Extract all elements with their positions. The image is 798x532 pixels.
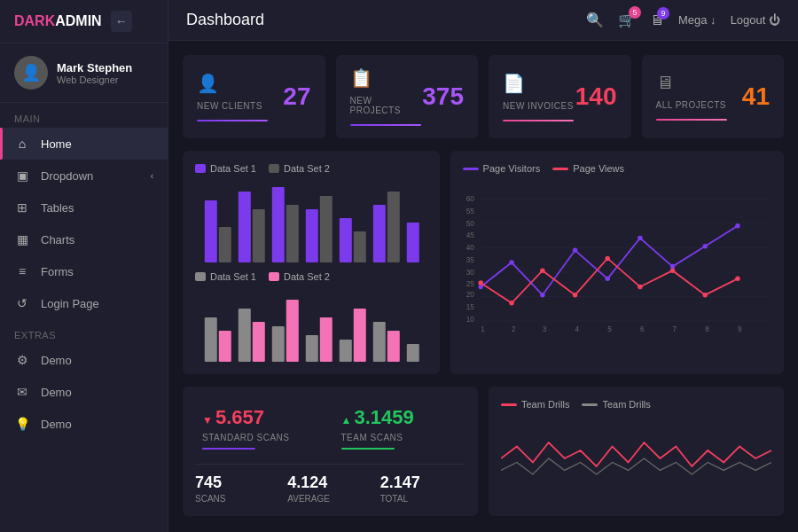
sidebar-item-forms[interactable]: ≡ Forms — [0, 255, 168, 287]
search-icon[interactable]: 🔍 — [586, 12, 604, 28]
sidebar-item-charts[interactable]: ▦ Charts — [0, 223, 168, 255]
page-title: Dashboard — [186, 11, 264, 29]
stat-card-new-invoices: 📄 NEW INVOICES 140 — [489, 55, 631, 138]
legend-dot-gray — [269, 164, 279, 173]
svg-rect-15 — [239, 309, 251, 362]
svg-rect-22 — [354, 309, 366, 362]
svg-rect-25 — [407, 344, 419, 362]
svg-text:3: 3 — [542, 325, 546, 333]
svg-point-53 — [509, 260, 514, 265]
charts-icon: ▦ — [14, 232, 30, 246]
bottom-row: ▼5.657 STANDARD SCANS ▲3.1459 TEAM SCANS — [183, 387, 784, 516]
bar-chart-legend1: Data Set 1 Data Set 2 — [195, 163, 427, 174]
clients-icon: 👤 — [197, 73, 268, 94]
sidebar-item-tables[interactable]: ⊞ Tables — [0, 192, 168, 223]
header: Dashboard 🔍 🛒 5 🖥 9 Mega ↓ Logout ⏻ — [168, 0, 798, 41]
legend-line-purple — [463, 168, 479, 170]
svg-text:40: 40 — [466, 244, 474, 252]
metric-bottom-1: 745 SCANS — [195, 473, 280, 504]
legend-team-label-1: Team Drills — [521, 399, 569, 410]
team-scans-bar — [341, 448, 395, 450]
legend-team-drills-1: Team Drills — [501, 399, 569, 410]
back-button[interactable]: ← — [111, 11, 132, 32]
logo-dark: DARK — [14, 13, 55, 28]
sidebar-item-home[interactable]: ⌂ Home — [0, 128, 168, 160]
stat-card-new-clients: 👤 NEW CLIENTS 27 — [183, 55, 325, 138]
legend-label-1: Data Set 1 — [210, 163, 256, 174]
legend-dataset2: Data Set 2 — [269, 163, 330, 174]
chat-icon: ✉ — [14, 385, 30, 399]
team-chart-legend: Team Drills Team Drills — [501, 399, 771, 410]
svg-text:9: 9 — [737, 325, 741, 333]
team-scans-value: ▲3.1459 — [341, 406, 459, 429]
notification-badge: 5 — [629, 6, 641, 19]
svg-rect-11 — [387, 192, 400, 262]
svg-rect-2 — [239, 192, 251, 262]
svg-rect-9 — [354, 231, 366, 262]
gear-icon: ⚙ — [14, 353, 30, 367]
chevron-icon: ‹ — [151, 171, 153, 181]
notification-icon[interactable]: 🛒 5 — [618, 12, 636, 28]
svg-point-65 — [605, 256, 610, 262]
all-projects-icon: 🖥 — [656, 73, 727, 93]
invoices-bar — [503, 120, 574, 121]
legend-dataset3: Data Set 1 — [195, 271, 256, 282]
sidebar: DARKADMIN ← 👤 Mark Stephen Web Designer … — [0, 0, 168, 532]
metric-bottom-3: 2.147 TOTAL — [380, 473, 466, 504]
legend-line-team1 — [501, 403, 517, 406]
logo-text: DARKADMIN — [14, 13, 102, 29]
sidebar-item-dropdown[interactable]: ▣ Dropdown ‹ — [0, 160, 168, 192]
svg-point-55 — [572, 247, 577, 253]
svg-text:25: 25 — [466, 281, 474, 289]
sidebar-item-login-label: Login Page — [41, 297, 99, 310]
metric-sm-label-1: SCANS — [195, 494, 280, 504]
metric-sm-value-3: 2.147 — [380, 473, 466, 492]
legend-label-2: Data Set 2 — [284, 163, 330, 174]
svg-rect-21 — [340, 340, 352, 362]
svg-text:1: 1 — [481, 325, 485, 333]
mega-menu-button[interactable]: Mega ↓ — [678, 13, 716, 27]
line-chart-legend: Page Visitors Page Views — [463, 163, 771, 174]
sidebar-item-login[interactable]: ↺ Login Page — [0, 287, 168, 319]
svg-text:8: 8 — [705, 325, 709, 333]
invoices-value: 140 — [575, 82, 617, 111]
all-projects-label: ALL PROJECTS — [656, 100, 727, 110]
clients-label: NEW CLIENTS — [197, 101, 268, 111]
user-role: Web Designer — [57, 74, 132, 85]
projects-label: NEW PROJECTS — [350, 96, 423, 115]
svg-point-61 — [478, 280, 483, 286]
sidebar-item-demo3[interactable]: 💡 Demo — [0, 408, 168, 440]
stat-card-all-projects: 🖥 ALL PROJECTS 41 — [642, 55, 785, 138]
svg-rect-1 — [219, 227, 231, 262]
legend-visitors-label: Page Visitors — [483, 163, 541, 174]
svg-text:20: 20 — [466, 291, 474, 299]
bar-chart-top — [195, 183, 427, 262]
sidebar-item-forms-label: Forms — [41, 265, 74, 278]
svg-point-60 — [735, 223, 740, 229]
all-projects-bar — [656, 119, 727, 121]
legend-label-3: Data Set 1 — [210, 271, 256, 282]
svg-rect-18 — [286, 300, 299, 362]
legend-dataset1: Data Set 1 — [195, 163, 256, 174]
metric-sm-label-2: AVERAGE — [287, 494, 372, 504]
svg-text:5: 5 — [607, 325, 612, 333]
legend-dot-gray2 — [195, 272, 206, 281]
stat-card-new-projects: 📋 NEW PROJECTS 375 — [336, 55, 479, 138]
sidebar-item-demo1[interactable]: ⚙ Demo — [0, 344, 168, 376]
invoices-icon: 📄 — [503, 73, 574, 94]
metric-sm-value-1: 745 — [195, 473, 280, 492]
metric-sm-label-3: TOTAL — [380, 494, 466, 504]
svg-point-57 — [638, 236, 643, 241]
sidebar-item-demo2[interactable]: ✉ Demo — [0, 376, 168, 408]
legend-line-pink — [552, 168, 568, 170]
projects-bar — [350, 124, 421, 126]
standard-scans-value: ▼5.657 — [202, 406, 320, 429]
line-chart-svg: 60 55 50 45 40 35 30 25 20 15 10 — [463, 183, 771, 342]
metrics-card: ▼5.657 STANDARD SCANS ▲3.1459 TEAM SCANS — [183, 387, 478, 516]
legend-team-drills-2: Team Drills — [582, 399, 650, 410]
logout-button[interactable]: Logout ⏻ — [731, 13, 780, 27]
sidebar-item-demo1-label: Demo — [41, 354, 72, 367]
metric-sm-value-2: 4.124 — [287, 473, 372, 492]
sidebar-item-demo2-label: Demo — [41, 386, 72, 399]
message-icon[interactable]: 🖥 9 — [650, 12, 664, 28]
